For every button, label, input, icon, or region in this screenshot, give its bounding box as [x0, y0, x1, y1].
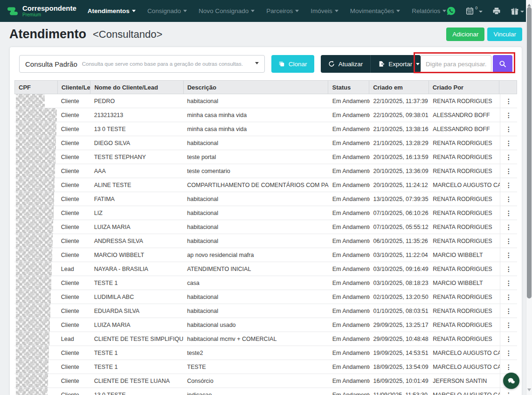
whatsapp-icon[interactable]: [446, 6, 456, 16]
row-actions-kebab[interactable]: ⋮: [503, 251, 515, 259]
cpf-cell: [14, 276, 57, 290]
row-actions-kebab[interactable]: ⋮: [503, 335, 515, 343]
table-row[interactable]: ClienteLUIZA MARIAhabitacional usadoEm A…: [14, 318, 517, 332]
created-by-cell: RENATA RODRIGUES: [429, 150, 500, 164]
search-input[interactable]: [421, 55, 491, 73]
table-row[interactable]: ClienteLUDIMILA ABChabitacionalEm Andame…: [14, 290, 517, 304]
created-at-cell: 02/10/2025, 13:20:50: [370, 290, 429, 304]
consulta-select[interactable]: Consulta Padrão Consulta que serve como …: [19, 55, 265, 73]
scrollbar-up-arrow-icon[interactable]: [527, 2, 531, 7]
table-row[interactable]: ClienteAAAteste comentarioEm Andamento20…: [14, 164, 517, 178]
name-cell: LUIZA MARIA: [90, 220, 184, 234]
created-by-cell: MARCELO AUGUSTO CAVALI: [429, 178, 500, 192]
row-actions-kebab[interactable]: ⋮: [503, 125, 515, 133]
row-actions-kebab[interactable]: ⋮: [503, 111, 515, 119]
table-row[interactable]: ClienteTESTE 1teste2Em Andamento19/09/20…: [14, 346, 517, 360]
redacted-cpf-mosaic: [16, 374, 48, 388]
row-actions-kebab[interactable]: ⋮: [503, 237, 515, 245]
status-cell: Em Andamento: [329, 360, 370, 374]
window-scrollbar[interactable]: [526, 0, 532, 395]
row-actions-kebab[interactable]: ⋮: [503, 279, 515, 287]
col-header-cpf[interactable]: CPF: [15, 81, 58, 94]
table-row[interactable]: ClienteALINE TESTECOMPARTILHAMENTO DE CO…: [14, 178, 517, 192]
row-actions-kebab[interactable]: ⋮: [503, 363, 515, 371]
description-cell: minha casa minha vida: [183, 122, 328, 136]
row-actions-kebab[interactable]: ⋮: [503, 195, 515, 203]
col-header-criado-por[interactable]: Criado Por: [429, 81, 499, 94]
scrollbar-down-arrow-icon[interactable]: [527, 388, 531, 393]
table-row[interactable]: ClienteLIZhabitacionalEm Andamento07/10/…: [14, 206, 517, 220]
table-row[interactable]: Cliente13 0 TESTEindicacaoEm Andamento11…: [14, 388, 517, 395]
cpf-cell: [14, 388, 57, 395]
actions-cell: ⋮: [500, 262, 517, 276]
name-cell: EDUARDA SILVA: [90, 304, 184, 318]
table-row[interactable]: ClientePEDROhabitacionalEm Andamento22/1…: [14, 94, 517, 108]
vincular-button[interactable]: Vincular: [487, 28, 522, 41]
col-header-nome[interactable]: Nome do Cliente/Lead: [90, 81, 183, 94]
table-row[interactable]: ClienteTESTE STEPHANYteste portalEm Anda…: [14, 150, 517, 164]
actions-cell: ⋮: [500, 276, 517, 290]
table-row[interactable]: Cliente213213213minha casa minha vidaEm …: [14, 108, 517, 122]
gifts-menu[interactable]: [511, 7, 524, 15]
table-row[interactable]: ClienteLUIZA MARIAhabitacionalEm Andamen…: [14, 220, 517, 234]
table-row[interactable]: Cliente13 0 TESTEminha casa minha vidaEm…: [14, 122, 517, 136]
row-actions-kebab[interactable]: ⋮: [503, 223, 515, 231]
nav-menu-atendimentos[interactable]: Atendimentos: [88, 7, 136, 14]
actions-cell: ⋮: [500, 192, 517, 206]
print-button[interactable]: [492, 7, 501, 15]
table-row[interactable]: ClienteFATIMAhabitacionalEm Andamento13/…: [14, 192, 517, 206]
brand-logo[interactable]: Correspondente Premium: [7, 5, 76, 17]
status-cell: Em Andamento: [329, 150, 370, 164]
row-actions-kebab[interactable]: ⋮: [503, 293, 515, 301]
table-row[interactable]: ClienteTESTE 1casaEm Andamento03/10/2025…: [14, 276, 517, 290]
col-header-descricao[interactable]: Descrição: [184, 81, 329, 94]
row-actions-kebab[interactable]: ⋮: [503, 349, 515, 357]
row-actions-kebab[interactable]: ⋮: [503, 181, 515, 189]
table-row[interactable]: ClienteTESTE 1TESTEEm Andamento18/09/202…: [14, 360, 517, 374]
chat-widget-button[interactable]: [503, 373, 519, 389]
cpf-cell: [14, 178, 57, 192]
table-row[interactable]: ClienteDIEGO SILVAhabitacionalEm Andamen…: [14, 136, 517, 150]
calendar-menu[interactable]: 0: [466, 7, 483, 15]
search-group: [421, 55, 512, 73]
row-actions-kebab[interactable]: ⋮: [503, 391, 515, 395]
row-actions-kebab[interactable]: ⋮: [503, 209, 515, 217]
adicionar-button[interactable]: Adicionar: [446, 28, 484, 41]
nav-menu-consignado[interactable]: Consignado: [147, 7, 187, 14]
table-row[interactable]: LeadCLIENTE DE TESTE SIMPLIFIQUE DA SILV…: [14, 332, 517, 346]
row-actions-kebab[interactable]: ⋮: [503, 153, 515, 161]
exportar-button[interactable]: Exportar: [370, 55, 421, 73]
actions-cell: ⋮: [500, 360, 517, 374]
row-actions-kebab[interactable]: ⋮: [503, 167, 515, 175]
nav-menu-movimentações[interactable]: Movimentações: [350, 7, 401, 14]
nav-menu-parceiros[interactable]: Parceiros: [266, 7, 299, 14]
table-row[interactable]: ClienteMARCIO WIBBELTap novo residencial…: [14, 248, 517, 262]
row-actions-kebab[interactable]: ⋮: [503, 139, 515, 147]
row-actions-kebab[interactable]: ⋮: [503, 321, 515, 329]
table-row[interactable]: ClienteCLIENTE DE TESTE LUANAConsórcioEm…: [14, 374, 517, 388]
table-row[interactable]: ClienteANDRESSA SILVAhabitacionalEm Anda…: [14, 234, 517, 248]
description-cell: habitacional: [183, 94, 328, 108]
nav-menu-novo-consignado[interactable]: Novo Consignado: [199, 7, 255, 14]
col-header-cliente-lead[interactable]: Cliente/Lead: [58, 81, 91, 94]
row-actions-kebab[interactable]: ⋮: [503, 307, 515, 315]
nav-menu-relatórios[interactable]: Relatórios: [412, 7, 446, 14]
col-header-status[interactable]: Status: [328, 81, 369, 94]
created-at-cell: 07/10/2025, 06:10:26: [370, 206, 429, 220]
name-cell: 13 0 TESTE: [90, 388, 184, 395]
export-icon: [378, 61, 385, 67]
search-button[interactable]: [493, 55, 512, 73]
client-lead-cell: Cliente: [57, 164, 90, 178]
row-actions-kebab[interactable]: ⋮: [503, 265, 515, 273]
cpf-cell: [14, 206, 57, 220]
nav-menu-imóveis[interactable]: Imóveis: [311, 7, 339, 14]
status-cell: Em Andamento: [329, 318, 370, 332]
col-header-criado-em[interactable]: Criado em: [369, 81, 429, 94]
scrollbar-thumb[interactable]: [527, 7, 532, 298]
table-row[interactable]: LeadNAYARA - BRASILIAATENDIMENTO INICIAL…: [14, 262, 517, 276]
clonar-button[interactable]: Clonar: [271, 55, 314, 73]
atualizar-button[interactable]: Atualizar: [321, 55, 371, 73]
row-actions-kebab[interactable]: ⋮: [503, 97, 515, 105]
table-row[interactable]: ClienteEDUARDA SILVAhabitacionalEm Andam…: [14, 304, 517, 318]
name-cell: MARCIO WIBBELT: [90, 248, 184, 262]
